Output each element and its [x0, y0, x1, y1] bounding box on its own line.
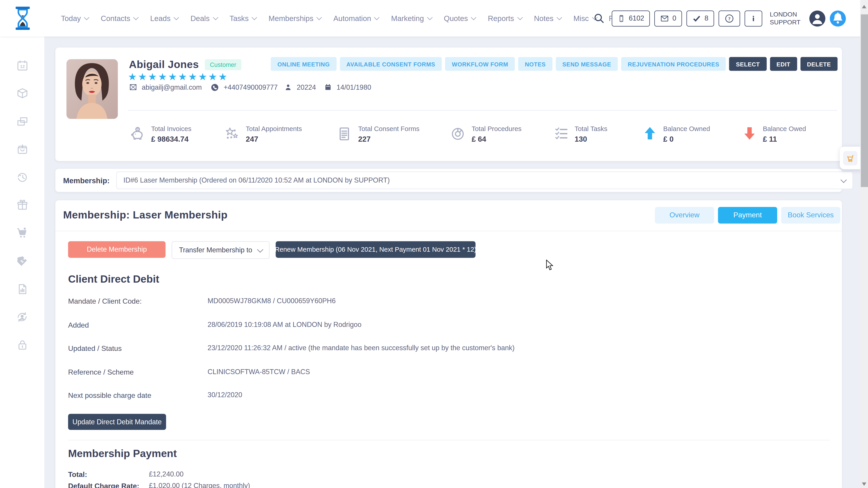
- stat-label: Total Invoices: [151, 125, 191, 133]
- customer-status-badge: Customer: [205, 59, 241, 70]
- info-counter-button[interactable]: [744, 10, 762, 26]
- mail-counter-button[interactable]: 0: [654, 10, 682, 26]
- location-user-label: LONDON SUPPORT: [770, 10, 801, 26]
- stat-value: £ 0: [663, 135, 710, 143]
- workflow-form-button[interactable]: WORKFLOW FORM: [445, 57, 515, 71]
- stat-label: Balance Owed: [763, 125, 806, 133]
- price-tag-icon: $: [16, 254, 29, 267]
- tab-payment[interactable]: Payment: [718, 207, 777, 223]
- search-icon[interactable]: [593, 12, 605, 24]
- field-label: Default Charge Rate:: [68, 482, 149, 488]
- help-counter-button[interactable]: ?: [718, 10, 740, 26]
- scrollbar-thumb[interactable]: [861, 14, 868, 187]
- field-value: 30/12/2020: [208, 391, 829, 399]
- delete-button[interactable]: DELETE: [800, 57, 838, 71]
- membership-select-card: Membership: ID#6 Laser Membership (Order…: [55, 169, 842, 192]
- nav-item-notes[interactable]: Notes: [534, 14, 561, 22]
- stat-label: Balance Owned: [663, 125, 710, 133]
- phone-counter-button[interactable]: 6102: [612, 10, 650, 26]
- membership-payment-rows: Total:£12,240.00Default Charge Rate:£1,0…: [68, 470, 829, 488]
- notifications-bell-button[interactable]: [830, 10, 846, 26]
- delete-membership-button[interactable]: Delete Membership: [68, 241, 165, 258]
- nav-item-leads[interactable]: Leads: [150, 14, 178, 22]
- tab-overview[interactable]: Overview: [655, 207, 714, 223]
- send-message-button[interactable]: SEND MESSAGE: [556, 57, 618, 71]
- tab-book-services[interactable]: Book Services: [781, 207, 840, 223]
- client-action-buttons: ONLINE MEETINGAVAILABLE CONSENT FORMSWOR…: [271, 57, 838, 71]
- rejuvenation-procedures-button[interactable]: REJUVENATION PROCEDURES: [621, 57, 726, 71]
- sidebar-item-lock[interactable]: [0, 332, 44, 357]
- stat-total-appointments: Total Appointments247: [223, 125, 302, 143]
- renew-membership-button[interactable]: Renew Membership (06 Nov 2021, Next Paym…: [276, 241, 475, 258]
- field-value: MD0005WJ78GKM8 / CU000659Y60PH6: [208, 297, 829, 305]
- phone-icon: [211, 83, 219, 92]
- scrollbar-up-arrow[interactable]: [862, 5, 866, 8]
- client-name: Abigail Jones: [129, 59, 199, 71]
- sidebar-item-copy[interactable]: [0, 109, 44, 133]
- nav-item-contacts[interactable]: Contacts: [101, 14, 138, 22]
- sidebar-item-package[interactable]: [0, 81, 44, 105]
- chevron-down-icon: [174, 14, 179, 20]
- nav-item-quotes[interactable]: Quotes: [444, 14, 475, 22]
- field-value: 28/06/2019 10:19:08 AM at LONDON by Rodr…: [208, 321, 829, 328]
- field-value: £12,240.00: [149, 470, 829, 478]
- sidebar-item-price-tag[interactable]: $: [0, 249, 44, 273]
- nav-item-automation[interactable]: Automation: [333, 14, 379, 22]
- nav-item-today[interactable]: Today: [61, 14, 89, 22]
- vertical-scrollbar: [860, 0, 868, 488]
- field-value: 23/12/2020 11:26:32 AM / active (the man…: [208, 344, 829, 352]
- nav-item-memberships[interactable]: Memberships: [269, 14, 321, 22]
- transfer-membership-select[interactable]: Transfer Membership to: [172, 241, 270, 259]
- cart-button[interactable]: [843, 151, 858, 165]
- star-rating[interactable]: ★★★★★★★★★★: [128, 71, 228, 83]
- svg-text:?: ?: [728, 16, 730, 21]
- mail-icon: [659, 13, 669, 23]
- app-logo-hourglass-icon[interactable]: [13, 5, 32, 31]
- membership-select[interactable]: ID#6 Laser Membership (Ordered on 06/11/…: [116, 171, 853, 189]
- arrow-up-icon: [642, 126, 658, 141]
- online-meeting-button[interactable]: ONLINE MEETING: [271, 57, 337, 71]
- sidebar-item-gift[interactable]: [0, 193, 44, 217]
- stat-value: 130: [575, 135, 608, 143]
- tabs-divider: [55, 231, 842, 231]
- calendar-icon: [324, 83, 332, 91]
- left-sidebar: 12$: [0, 37, 44, 488]
- piggy-bank-icon: $: [129, 126, 146, 142]
- field-label: Total:: [68, 470, 149, 479]
- update-direct-debit-button[interactable]: Update Direct Debit Mandate: [68, 414, 166, 430]
- user-avatar-button[interactable]: [809, 10, 825, 26]
- direct-debit-row: Next possible charge date30/12/2020: [68, 391, 829, 415]
- nav-item-reports[interactable]: Reports: [488, 14, 522, 22]
- sidebar-item-user-sync[interactable]: [0, 304, 44, 329]
- calendar12-icon: 12: [16, 59, 29, 72]
- payment-row: Default Charge Rate:£1,020.00 (12 Charge…: [68, 482, 829, 488]
- stat-value: 227: [358, 135, 419, 143]
- chevron-down-icon: [84, 14, 89, 20]
- sidebar-item-shopping-bag[interactable]: [0, 137, 44, 161]
- sidebar-item-report[interactable]: [0, 276, 44, 301]
- notes-button[interactable]: NOTES: [518, 57, 553, 71]
- sidebar-item-history[interactable]: [0, 165, 44, 189]
- copy-icon: [16, 115, 29, 127]
- nav-item-deals[interactable]: Deals: [191, 14, 217, 22]
- nav-item-marketing[interactable]: Marketing: [391, 14, 432, 22]
- edit-button[interactable]: EDIT: [770, 57, 797, 71]
- check-counter-button[interactable]: 8: [686, 10, 714, 26]
- sidebar-item-calendar12[interactable]: 12: [0, 53, 44, 77]
- app-screen: TodayContactsLeadsDealsTasksMembershipsA…: [0, 0, 868, 488]
- available-consent-forms-button[interactable]: AVAILABLE CONSENT FORMS: [340, 57, 442, 71]
- info-icon: [750, 13, 756, 23]
- membership-payment-title: Membership Payment: [68, 448, 177, 460]
- select-button[interactable]: SELECT: [729, 57, 767, 71]
- svg-text:$: $: [136, 127, 139, 132]
- main-nav: TodayContactsLeadsDealsTasksMembershipsA…: [61, 0, 624, 37]
- chevron-down-icon: [517, 14, 523, 20]
- donut-chart-icon: [450, 126, 466, 142]
- sidebar-item-cart[interactable]: [0, 221, 44, 245]
- report-icon: [16, 283, 29, 295]
- stat-value: £ 98634.74: [151, 135, 191, 143]
- chevron-down-icon: [257, 246, 263, 252]
- scrollbar-down-arrow[interactable]: [862, 483, 866, 486]
- nav-item-tasks[interactable]: Tasks: [229, 14, 256, 22]
- direct-debit-row: Updated / Status23/12/2020 11:26:32 AM /…: [68, 344, 829, 367]
